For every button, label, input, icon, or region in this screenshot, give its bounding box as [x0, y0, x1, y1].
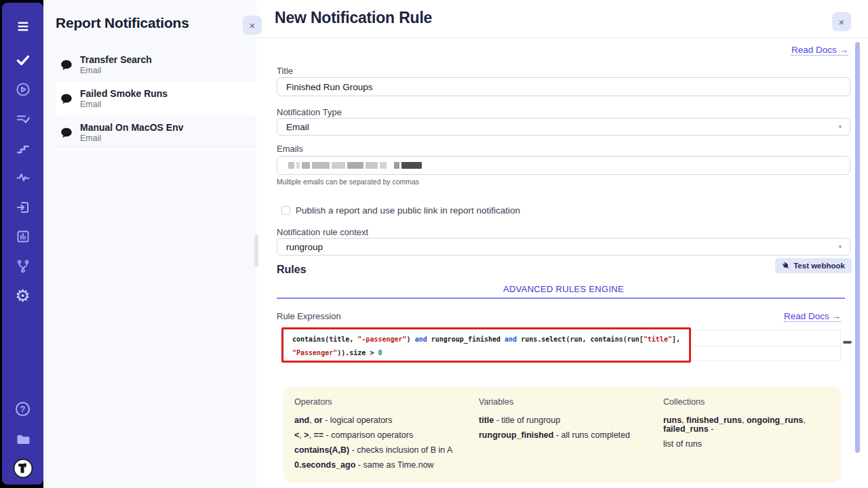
- plug-icon: [781, 260, 792, 272]
- notification-type-select[interactable]: Email ▼: [277, 118, 850, 136]
- panel-close-button[interactable]: ×: [243, 16, 262, 35]
- folder-icon[interactable]: [2, 431, 43, 447]
- notification-type-value: Email: [286, 122, 309, 132]
- notification-title: Transfer Search: [80, 54, 152, 66]
- redacted-email-value: [288, 162, 422, 169]
- rule-context-select[interactable]: rungroup ▼: [277, 238, 850, 256]
- app-window: ⚙ ? Report Notifications Transfer Search…: [0, 0, 868, 488]
- header-divider: [256, 37, 868, 38]
- emails-helper-text: Multiple emails can be separated by comm…: [277, 178, 419, 186]
- notifications-panel: Report Notifications Transfer Search Ema…: [43, 0, 256, 488]
- test-webhook-label: Test webhook: [793, 262, 845, 270]
- help-column-header: Operators: [294, 397, 472, 407]
- speech-bubble-icon: [60, 126, 73, 140]
- read-docs-link[interactable]: Read Docs →: [784, 311, 841, 322]
- notification-list-item[interactable]: Failed Smoke Runs Email: [56, 83, 256, 117]
- read-docs-link[interactable]: Read Docs →: [791, 45, 848, 56]
- expression-help-panel: Operatorsand, or - logical operators<, >…: [283, 386, 841, 483]
- notification-list: Transfer Search Email Failed Smoke Runs …: [56, 49, 256, 150]
- rules-heading: Rules: [277, 264, 307, 276]
- chevron-down-icon: ▼: [837, 244, 843, 250]
- tab-active-underline: [277, 298, 845, 299]
- notification-list-item[interactable]: Manual On MacOS Env Email: [56, 117, 256, 150]
- list-check-icon[interactable]: [2, 111, 43, 127]
- notification-type-label: Notification Type: [277, 107, 342, 117]
- help-column-collections: Collectionsruns, finished_runs, ongoing_…: [663, 397, 841, 455]
- publish-report-row: Publish a report and use public link in …: [281, 205, 520, 216]
- menu-icon[interactable]: [2, 18, 43, 35]
- help-column-header: Collections: [663, 397, 841, 407]
- branch-icon[interactable]: [2, 258, 43, 274]
- sidebar: ⚙ ?: [2, 3, 43, 485]
- speech-bubble-icon: [60, 92, 73, 106]
- chevron-down-icon: ▼: [837, 124, 843, 130]
- rule-context-value: rungroup: [286, 242, 323, 252]
- steps-icon[interactable]: [2, 140, 43, 157]
- help-column-operators: Operatorsand, or - logical operators<, >…: [294, 397, 472, 476]
- notification-title: Manual On MacOS Env: [80, 122, 183, 134]
- activity-icon[interactable]: [2, 169, 43, 186]
- editor-scrollbar-handle[interactable]: [843, 341, 852, 344]
- emails-label: Emails: [277, 144, 303, 154]
- notification-title: Failed Smoke Runs: [80, 88, 167, 100]
- notification-channel: Email: [80, 134, 183, 144]
- rule-context-label: Notification rule context: [277, 227, 368, 237]
- gear-icon[interactable]: ⚙: [2, 287, 43, 304]
- bar-chart-icon[interactable]: [2, 228, 43, 245]
- rule-expression-label: Rule Expression: [277, 311, 341, 321]
- play-circle-icon[interactable]: [2, 81, 43, 98]
- tab-advanced-rules-engine[interactable]: ADVANCED RULES ENGINE: [277, 284, 850, 294]
- speech-bubble-icon: [60, 58, 73, 72]
- check-icon[interactable]: [2, 52, 43, 68]
- help-icon[interactable]: ?: [2, 402, 43, 416]
- panel-resize-handle[interactable]: [254, 235, 258, 267]
- notification-list-item[interactable]: Transfer Search Email: [56, 49, 256, 83]
- help-column-header: Variables: [479, 397, 656, 407]
- test-webhook-button[interactable]: Test webhook: [775, 258, 852, 273]
- notification-channel: Email: [80, 100, 167, 110]
- notification-channel: Email: [80, 66, 152, 76]
- editor-line-divider: [692, 346, 840, 346]
- enter-icon[interactable]: [2, 199, 43, 216]
- dialog-close-button[interactable]: ×: [832, 12, 851, 31]
- publish-report-label: Publish a report and use public link in …: [296, 205, 520, 216]
- publish-report-checkbox[interactable]: [281, 206, 290, 215]
- app-logo[interactable]: [2, 458, 43, 479]
- vertical-scrollbar[interactable]: [855, 42, 860, 453]
- title-input[interactable]: [277, 77, 850, 96]
- panel-title: Report Notifications: [56, 15, 189, 31]
- page-title: New Notification Rule: [275, 9, 432, 27]
- emails-input[interactable]: [277, 156, 850, 175]
- help-column-variables: Variablestitle - title of rungrouprungro…: [479, 397, 656, 446]
- title-label: Title: [277, 66, 293, 76]
